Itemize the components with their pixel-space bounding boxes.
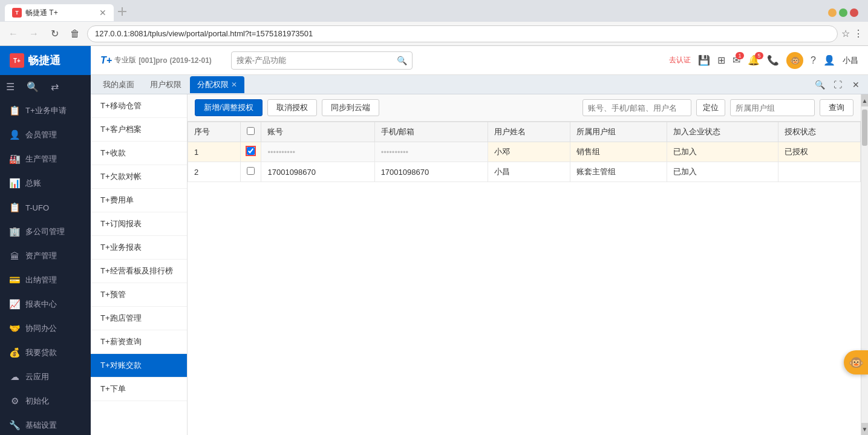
row1-checkbox[interactable]	[247, 147, 255, 155]
browser-bookmark-btn[interactable]: ☆	[841, 28, 850, 39]
add-auth-btn[interactable]: 新增/调整授权	[195, 99, 263, 116]
app-title: T+ 专业版 [001]pro (2019-12-01)	[100, 55, 212, 66]
delete-btn[interactable]: 🗑	[67, 25, 83, 42]
sidebar-item-basic[interactable]: 🔧 基础设置	[0, 413, 91, 435]
menu-item-order[interactable]: T+下单	[91, 378, 187, 401]
menu-item-store-mgmt[interactable]: T+跑店管理	[91, 307, 187, 330]
sidebar-item-init[interactable]: ⚙ 初始化	[0, 389, 91, 413]
layout-btn[interactable]: ⊞	[717, 54, 725, 66]
refresh-btn[interactable]: ↻	[46, 25, 63, 42]
sidebar-item-production[interactable]: 🏭 生产管理	[0, 147, 91, 171]
back-btn[interactable]: ←	[5, 25, 22, 42]
tab-assign-label: 分配权限	[197, 79, 229, 90]
cell-join-1: 已加入	[667, 142, 778, 162]
menu-item-reconcile[interactable]: T+对账交款	[91, 354, 187, 378]
cell-check-1[interactable]	[241, 142, 261, 162]
init-icon: ⚙	[8, 395, 21, 407]
sidebar-item-ufo[interactable]: 📋 T-UFO	[0, 195, 91, 220]
menu-item-mobile-wh[interactable]: T+移动仓管	[91, 94, 187, 118]
tab-dashboard[interactable]: 我的桌面	[96, 76, 142, 93]
menu-item-debt[interactable]: T+欠款对帐	[91, 165, 187, 189]
tab-assign[interactable]: 分配权限 ✕	[190, 76, 244, 93]
message-btn[interactable]: ✉ 1	[733, 54, 740, 66]
window-close-btn[interactable]	[850, 8, 858, 17]
toolbar: 新增/调整授权 取消授权 同步到云端 定位 查询	[188, 94, 861, 122]
menu-item-salary[interactable]: T+薪资查询	[91, 330, 187, 354]
table-row[interactable]: 1 •••••••••• •••••••••• 小邓 销售组 已加入 已授权	[188, 142, 861, 162]
sidebar-item-accounting[interactable]: 📊 总账	[0, 171, 91, 195]
notification-btn[interactable]: 🔔 5	[748, 54, 760, 66]
menu-item-expense[interactable]: T+费用单	[91, 189, 187, 212]
scroll-track[interactable]	[861, 106, 868, 423]
menu-item-customer[interactable]: T+客户档案	[91, 118, 187, 142]
address-bar[interactable]	[87, 25, 838, 42]
th-phone: 手机/邮箱	[374, 122, 488, 142]
right-scrollbar[interactable]: ▲ ▼	[861, 94, 868, 435]
menu-item-budget[interactable]: T+预管	[91, 283, 187, 307]
browser-tab-active[interactable]: T 畅捷通 T+ ✕	[5, 4, 114, 21]
sidebar-item-saas-apply[interactable]: 📋 T+业务申请	[0, 99, 91, 123]
sidebar-item-reports[interactable]: 📈 报表中心	[0, 292, 91, 316]
sidebar-transfer-icon[interactable]: ⇄	[51, 81, 59, 93]
tab-permissions[interactable]: 用户权限	[143, 76, 189, 93]
menu-item-collection[interactable]: T+收款	[91, 142, 187, 165]
header-search-input[interactable]	[237, 56, 394, 65]
cell-phone-2: 17001098670	[374, 162, 488, 182]
forward-btn[interactable]: →	[25, 25, 42, 42]
ufo-icon: 📋	[8, 201, 21, 214]
sidebar-item-loan[interactable]: 💰 我要贷款	[0, 341, 91, 365]
sidebar-item-assets[interactable]: 🏛 资产管理	[0, 244, 91, 268]
position-btn[interactable]: 定位	[696, 99, 725, 116]
user-search-input[interactable]	[582, 99, 691, 116]
sync-cloud-btn[interactable]: 同步到云端	[322, 99, 379, 116]
cell-account-1: ••••••••••	[261, 142, 374, 162]
monkey-avatar[interactable]: 🐵	[786, 52, 803, 69]
tab-permissions-label: 用户权限	[150, 79, 181, 90]
sidebar-item-multi-company[interactable]: 🏢 多公司管理	[0, 220, 91, 244]
sidebar-item-cloud[interactable]: ☁ 云应用	[0, 365, 91, 389]
window-minimize-btn[interactable]	[828, 8, 837, 17]
sidebar-item-basic-label: 基础设置	[25, 420, 57, 431]
tab-search-btn[interactable]: 🔍	[812, 77, 827, 92]
production-icon: 🏭	[8, 153, 21, 165]
browser-menu-btn[interactable]: ⋮	[853, 28, 863, 39]
row2-checkbox[interactable]	[247, 167, 255, 175]
sidebar-search-icon[interactable]: 🔍	[27, 81, 39, 93]
tab-expand-btn[interactable]: ⛶	[830, 77, 845, 92]
float-chat-icon: 🐵	[849, 355, 864, 370]
header-search-icon[interactable]: 🔍	[397, 56, 407, 65]
header-search-bar[interactable]: 🔍	[231, 51, 413, 70]
sidebar-item-member-label: 会员管理	[25, 129, 57, 140]
query-btn[interactable]: 查询	[820, 99, 853, 116]
scroll-thumb[interactable]	[862, 110, 867, 146]
menu-item-dashboard-rank[interactable]: T+经营看板及排行榜	[91, 260, 187, 283]
save-btn[interactable]: 💾	[698, 54, 710, 66]
sidebar-item-member[interactable]: 👤 会员管理	[0, 123, 91, 147]
sidebar-item-collab[interactable]: 🤝 协同办公	[0, 316, 91, 341]
group-search-input[interactable]	[730, 99, 815, 116]
tab-close-all-btn[interactable]: ✕	[849, 77, 863, 92]
scroll-up-btn[interactable]: ▲	[861, 94, 868, 106]
user-btn[interactable]: 👤	[823, 54, 835, 66]
cell-check-2[interactable]	[241, 162, 261, 182]
table-row[interactable]: 2 17001098670 17001098670 小昌 账套主管组 已加入	[188, 162, 861, 182]
phone-btn[interactable]: 📞	[767, 54, 779, 66]
select-all-checkbox[interactable]	[247, 127, 255, 135]
sidebar-menu-icon[interactable]: ☰	[6, 81, 15, 93]
tab-close-btn[interactable]: ✕	[99, 8, 106, 18]
tab-assign-close-icon[interactable]: ✕	[231, 80, 237, 89]
multi-company-icon: 🏢	[8, 226, 21, 238]
help-btn[interactable]: ?	[811, 55, 816, 66]
cloud-icon: ☁	[8, 371, 21, 383]
float-chat-btn[interactable]: 🐵	[844, 350, 868, 374]
menu-item-subscribe-report[interactable]: T+订阅报表	[91, 212, 187, 236]
sidebar-item-cashier[interactable]: 💳 出纳管理	[0, 268, 91, 292]
window-maximize-btn[interactable]	[839, 8, 847, 17]
scroll-down-btn[interactable]: ▼	[861, 423, 868, 435]
new-tab-btn[interactable]	[114, 4, 131, 21]
cancel-auth-btn[interactable]: 取消授权	[267, 99, 317, 116]
menu-item-biz-report[interactable]: T+业务报表	[91, 236, 187, 260]
layout-icon: ⊞	[717, 54, 725, 66]
accounting-icon: 📊	[8, 177, 21, 189]
auth-link[interactable]: 去认证	[669, 55, 691, 65]
